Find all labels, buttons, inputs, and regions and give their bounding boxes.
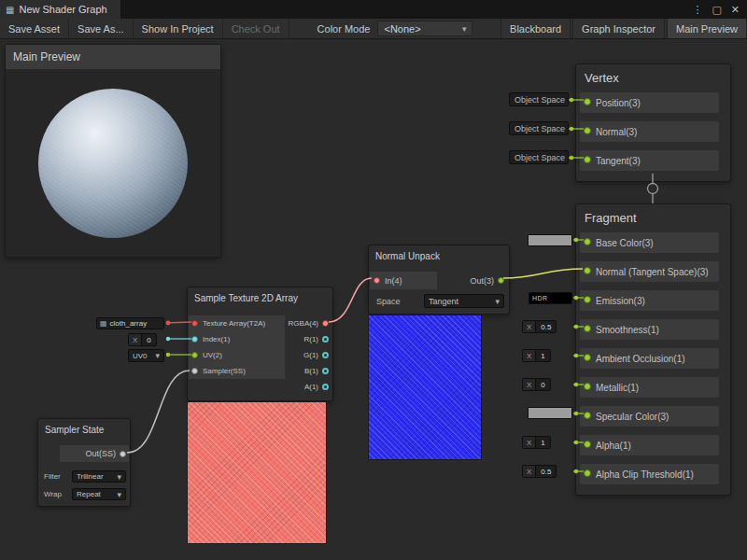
normal-unpack-node[interactable]: Normal Unpack In(4) Out(3) Space Tangent… [368,245,510,315]
specular-color-swatch[interactable] [528,407,572,419]
wrap-label: Wrap [44,490,62,498]
uv-channel-dropdown[interactable]: UV0 ▾ [128,349,164,362]
axis-label: X [523,321,536,332]
port-row-metallic: Metallic(1) [580,377,719,398]
sample-texture-2d-array-node[interactable]: Sample Texture 2D Array Texture Array(T2… [187,287,333,401]
close-icon[interactable]: ✕ [731,4,740,16]
texture-array-port-dot[interactable] [191,320,198,327]
texture-array-port-label: Texture Array(T2A) [203,319,265,328]
sample-node-title: Sample Texture 2D Array [188,287,332,308]
color-mode-dropdown[interactable]: <None> ▾ [377,21,472,36]
alpha-clip-input[interactable]: X 0.5 [522,465,557,478]
texture-icon: ▦ [100,319,107,328]
base-color-port-dot[interactable] [584,238,591,245]
space-dropdown[interactable]: Tangent ▾ [424,294,504,308]
save-as-button[interactable]: Save As... [69,19,134,38]
blackboard-button[interactable]: Blackboard [500,19,571,38]
filter-label: Filter [44,472,61,481]
normal-unpack-title: Normal Unpack [369,245,509,266]
sample-output-ports: RGBA(4) R(1) G(1) B(1) A(1) [264,315,331,395]
normal-ts-port-label: Normal (Tangent Space)(3) [596,267,709,277]
emission-port-dot[interactable] [584,296,591,303]
main-preview-panel[interactable]: Main Preview [5,44,221,258]
filter-dropdown[interactable]: Trilinear ▾ [72,470,126,483]
ambient-occlusion-port-dot[interactable] [584,354,591,361]
index-port-dot[interactable] [191,336,198,343]
alpha-port-dot[interactable] [584,441,591,448]
emission-hdr-field[interactable]: HDR [529,292,572,304]
normal-space-dropdown[interactable]: Object Space [509,121,569,135]
port-row-alpha: Alpha(1) [580,435,719,455]
index-input[interactable]: X 0 [128,333,157,346]
smoothness-input[interactable]: X 0.5 [522,320,557,333]
maximize-icon[interactable]: ▢ [712,4,721,16]
tangent-space-dropdown[interactable]: Object Space [509,150,569,164]
cloth-array-texture-field[interactable]: ▦ cloth_array [96,317,164,329]
sampler-port-dot[interactable] [191,368,198,374]
r-port-dot[interactable] [322,336,329,343]
index-value: 0 [142,334,155,345]
chevron-down-icon: ▾ [462,24,467,34]
shader-graph-window: ▦ New Shader Graph ⋮ ▢ ✕ Save Asset Save… [0,0,747,560]
alpha-clip-port-label: Alpha Clip Threshold(1) [596,469,694,480]
rgba-port-row: RGBA(4) [264,315,331,331]
rgba-port-label: RGBA(4) [289,319,318,328]
port-row-smoothness: Smoothness(1) [580,319,719,340]
r-port-row: R(1) [264,331,331,347]
graph-inspector-button[interactable]: Graph Inspector [572,19,665,38]
base-color-swatch[interactable] [528,234,572,246]
a-port-label: A(1) [304,383,318,391]
filter-row: Filter Trilinear ▾ [44,469,126,483]
preview-sphere [38,89,188,238]
position-port-dot[interactable] [584,98,591,105]
wrap-dropdown[interactable]: Repeat ▾ [72,488,126,500]
alpha-clip-port-dot[interactable] [584,469,591,477]
save-asset-button[interactable]: Save Asset [0,19,69,38]
metallic-value: 0 [536,379,549,390]
menu-icon[interactable]: ⋮ [692,4,702,16]
window-controls: ⋮ ▢ ✕ [692,0,747,19]
normal-map-preview [368,315,482,460]
b-port-row: B(1) [264,363,331,379]
show-in-project-button[interactable]: Show In Project [134,19,223,38]
window-tab[interactable]: ▦ New Shader Graph [0,0,120,19]
ambient-occlusion-port-label: Ambient Occlusion(1) [596,354,685,364]
smoothness-port-dot[interactable] [584,325,591,332]
normal-ts-port-dot[interactable] [584,267,591,274]
axis-label: X [523,437,536,448]
toolbar: Save Asset Save As... Show In Project Ch… [0,19,747,39]
ambient-occlusion-input[interactable]: X 1 [522,349,551,362]
port-row-normal: Normal(3) [580,121,719,142]
uv-port-dot[interactable] [191,352,198,358]
check-out-button: Check Out [223,19,289,38]
sampler-state-title: Sampler State [38,419,130,440]
alpha-port-label: Alpha(1) [596,441,631,451]
metallic-port-dot[interactable] [584,383,591,390]
normal-port-dot[interactable] [584,127,591,134]
tangent-port-dot[interactable] [584,156,591,163]
sampler-state-node[interactable]: Sampler State Out(SS) Filter Trilinear ▾… [37,418,131,507]
position-port-label: Position(3) [596,98,641,108]
wrap-value: Repeat [77,490,101,498]
index-port-label: Index(1) [203,335,230,343]
a-port-row: A(1) [264,379,331,395]
metallic-port-label: Metallic(1) [596,383,639,393]
vertex-node[interactable]: Vertex Position(3) Normal(3) Tangent(3) [575,63,731,182]
out-port-dot[interactable] [498,277,504,284]
smoothness-value: 0.5 [536,321,556,332]
toolbar-right-group: Blackboard Graph Inspector Main Preview [499,19,747,38]
g-port-dot[interactable] [322,352,329,358]
rgba-port-dot[interactable] [322,320,329,327]
fragment-node[interactable]: Fragment Base Color(3) Normal (Tangent S… [575,203,731,496]
main-preview-button[interactable]: Main Preview [667,19,747,38]
out-ss-port-dot[interactable] [120,451,126,457]
main-preview-header[interactable]: Main Preview [6,45,220,69]
alpha-input[interactable]: X 1 [522,436,551,449]
a-port-dot[interactable] [322,384,329,390]
position-space-dropdown[interactable]: Object Space [509,92,569,106]
uv-port-label: UV(2) [203,351,222,359]
in-port-dot[interactable] [374,277,380,284]
specular-color-port-dot[interactable] [584,412,591,419]
metallic-input[interactable]: X 0 [522,378,551,391]
b-port-dot[interactable] [322,368,329,374]
